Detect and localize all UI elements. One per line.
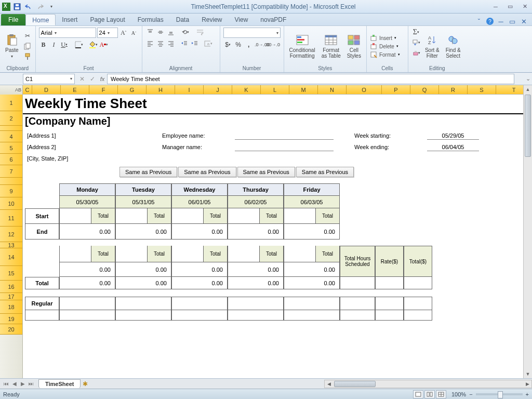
col-head[interactable]: J <box>204 85 232 94</box>
formula-input[interactable]: Weekly Time Sheet <box>107 74 514 84</box>
font-color-icon[interactable]: A▾ <box>99 40 109 49</box>
col-head[interactable]: E <box>61 85 89 94</box>
wrap-text-icon[interactable] <box>195 28 205 37</box>
format-painter-icon[interactable] <box>23 52 32 61</box>
col-head[interactable]: O <box>347 85 382 94</box>
scroll-thumb[interactable] <box>525 95 531 157</box>
sheet-tab-timesheet[interactable]: TimeSheet <box>38 379 81 388</box>
row-head[interactable]: 20 <box>0 324 22 335</box>
format-cells-button[interactable]: Format▾ <box>370 51 405 58</box>
blank-cell[interactable] <box>228 310 284 321</box>
blank-cell[interactable] <box>404 310 432 321</box>
col-head[interactable]: K <box>232 85 261 94</box>
page-layout-view-icon[interactable] <box>424 390 435 398</box>
col-head[interactable]: C <box>23 85 32 94</box>
qat-customize-icon[interactable]: ▾ <box>47 2 56 11</box>
undo-icon[interactable] <box>24 2 33 11</box>
scroll-right-icon[interactable]: ▶ <box>523 381 531 387</box>
blank-cell[interactable] <box>59 310 115 321</box>
last-sheet-icon[interactable]: ⏭ <box>27 381 35 387</box>
increase-indent-icon[interactable] <box>190 39 200 48</box>
col-head[interactable]: I <box>175 85 204 94</box>
scroll-thumb[interactable] <box>334 381 376 387</box>
end-value-cell[interactable]: 0.00 <box>115 224 171 240</box>
tab-home[interactable]: Home <box>25 14 56 25</box>
next-sheet-icon[interactable]: ▶ <box>19 381 27 387</box>
increase-font-icon[interactable]: Aˆ <box>119 28 128 37</box>
week-start-date[interactable]: 05/29/05 <box>427 132 479 140</box>
page-break-view-icon[interactable] <box>436 390 446 398</box>
regular-cell[interactable] <box>115 297 171 310</box>
insert-cells-button[interactable]: Insert▾ <box>370 34 405 42</box>
blank-cell[interactable] <box>284 310 340 321</box>
tab-page-layout[interactable]: Page Layout <box>84 14 131 25</box>
zoom-out-icon[interactable]: − <box>469 391 472 397</box>
zoom-level[interactable]: 100% <box>451 391 466 397</box>
border-icon[interactable]: ▾ <box>74 40 84 49</box>
paste-button[interactable]: Paste ▾ <box>3 28 21 65</box>
redo-icon[interactable] <box>35 2 45 11</box>
tab-data[interactable]: Data <box>170 14 195 25</box>
align-top-icon[interactable] <box>145 28 155 37</box>
same-as-previous-button[interactable]: Same as Previous <box>296 167 354 177</box>
copy-icon[interactable] <box>23 42 32 51</box>
align-left-icon[interactable] <box>145 39 155 48</box>
scroll-left-icon[interactable]: ◀ <box>325 381 333 387</box>
minimize-ribbon-icon[interactable]: ˇ <box>475 17 483 25</box>
tab-formulas[interactable]: Formulas <box>131 14 170 25</box>
employee-name-field[interactable] <box>235 132 334 140</box>
close-icon[interactable]: ✕ <box>520 3 530 11</box>
restore-icon[interactable]: ▭ <box>505 3 515 11</box>
col-head[interactable]: Q <box>410 85 439 94</box>
decrease-decimal-icon[interactable]: .00→.0 <box>268 40 277 49</box>
vertical-scrollbar[interactable]: ▲ ▼ <box>523 85 532 378</box>
end-value-cell[interactable]: 0.00 <box>59 224 115 240</box>
font-name-dropdown[interactable]: Arial▾ <box>39 28 96 38</box>
file-tab[interactable]: File <box>1 14 25 25</box>
doc-minimize-icon[interactable]: ─ <box>497 17 505 25</box>
row-head[interactable]: 10 <box>0 197 22 210</box>
sum-regular-cell[interactable] <box>375 297 404 310</box>
italic-icon[interactable]: I <box>49 40 59 49</box>
col-head[interactable]: F <box>89 85 118 94</box>
insert-sheet-icon[interactable]: ✱ <box>83 380 88 388</box>
align-center-icon[interactable] <box>156 39 165 48</box>
start-time-cell[interactable] <box>172 208 204 223</box>
horizontal-scrollbar[interactable]: ◀ ▶ <box>324 380 532 388</box>
col-head[interactable]: L <box>261 85 289 94</box>
tab-novapdf[interactable]: novaPDF <box>254 14 292 25</box>
save-icon[interactable] <box>12 2 22 11</box>
col-head[interactable]: P <box>382 85 410 94</box>
row-head[interactable]: 1 <box>0 95 22 111</box>
row-head[interactable]: 4 <box>0 131 22 142</box>
doc-restore-icon[interactable]: ▭ <box>508 17 516 25</box>
sum-cell[interactable] <box>375 277 404 289</box>
same-as-previous-button[interactable]: Same as Previous <box>119 167 177 177</box>
sum-regular-cell[interactable] <box>404 297 432 310</box>
fill-color-icon[interactable]: ▾ <box>89 40 98 49</box>
tab-view[interactable]: View <box>229 14 255 25</box>
fx-icon[interactable]: fx <box>98 76 107 82</box>
merge-center-icon[interactable]: a▾ <box>204 39 213 48</box>
autosum-icon[interactable]: Σ▾ <box>411 28 421 37</box>
row-head[interactable] <box>0 126 22 131</box>
name-box[interactable]: C1▾ <box>23 74 75 84</box>
normal-view-icon[interactable] <box>413 390 423 398</box>
enter-formula-icon[interactable]: ✓ <box>87 74 98 84</box>
percent-icon[interactable]: % <box>234 40 243 49</box>
select-all-corner[interactable]: AB <box>0 85 23 95</box>
fill-icon[interactable]: ▾ <box>411 38 421 47</box>
col-head[interactable]: H <box>147 85 175 94</box>
row-head[interactable]: 9 <box>0 185 22 197</box>
sum-regular-cell[interactable] <box>340 297 375 310</box>
blank-cell[interactable] <box>340 310 375 321</box>
help-icon[interactable]: ? <box>486 18 494 25</box>
row-head[interactable]: 18 <box>0 300 22 314</box>
underline-icon[interactable]: U▾ <box>60 40 69 49</box>
currency-icon[interactable]: $▾ <box>223 40 233 49</box>
tab-review[interactable]: Review <box>195 14 228 25</box>
zoom-in-icon[interactable]: + <box>526 391 529 397</box>
col-head[interactable]: G <box>118 85 147 94</box>
blank-cell[interactable] <box>171 310 228 321</box>
row-head[interactable]: 2 <box>0 111 22 126</box>
